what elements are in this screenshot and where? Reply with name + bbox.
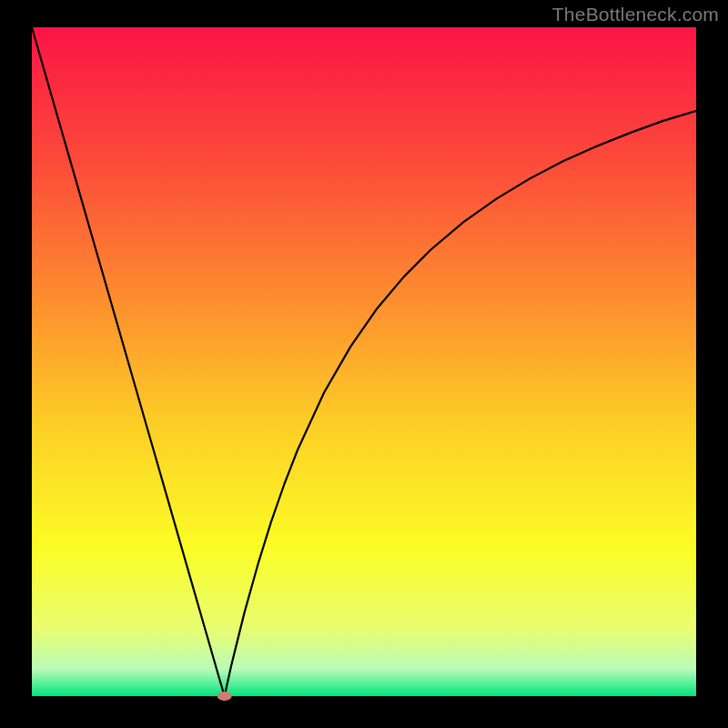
bottleneck-chart (0, 0, 728, 728)
watermark-label: TheBottleneck.com (552, 4, 719, 25)
chart-frame: TheBottleneck.com (0, 0, 728, 728)
cusp-marker (217, 692, 232, 701)
plot-background (32, 27, 696, 696)
